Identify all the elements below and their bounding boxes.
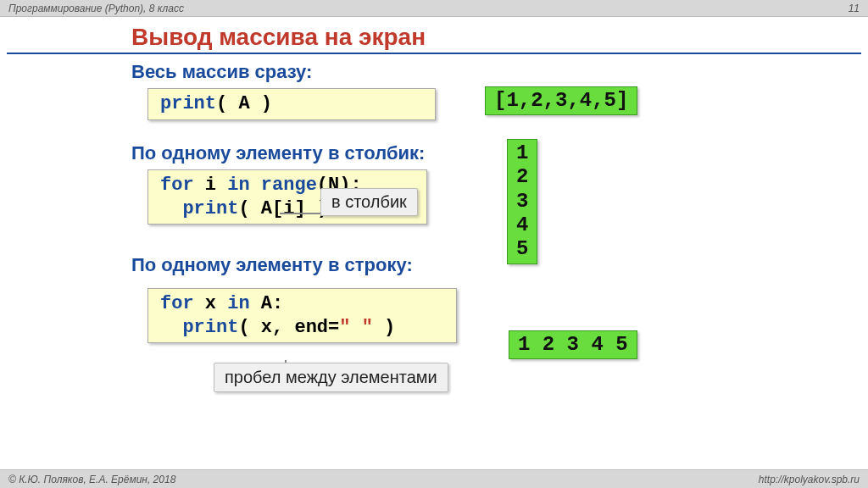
code-print-args-2: ( A[i] ) xyxy=(238,198,328,219)
code-print-args-3: ( x, end= xyxy=(238,317,339,338)
code-loop-row: for x in A: print( x, end=" " ) xyxy=(147,288,457,343)
heading-whole-array: Весь массив сразу: xyxy=(131,61,312,83)
callout-column: в столбик xyxy=(320,188,418,216)
kw-print-3: print xyxy=(182,317,238,338)
kw-in-2: in xyxy=(227,293,249,314)
footer-bar: © К.Ю. Поляков, Е.А. Ерёмин, 2018 http:/… xyxy=(0,469,868,488)
code-space xyxy=(250,175,261,196)
output-column: 1 2 3 4 5 xyxy=(507,139,537,264)
heading-per-element-column: По одному элементу в столбик: xyxy=(131,142,425,164)
output-row: 1 2 3 4 5 xyxy=(509,330,637,359)
footer-right: http://kpolyakov.spb.ru xyxy=(759,474,860,485)
top-bar: Программирование (Python), 8 класс 11 xyxy=(0,0,868,17)
string-literal: " " xyxy=(339,317,373,338)
kw-print: print xyxy=(160,93,216,114)
page-number: 11 xyxy=(849,3,860,14)
footer-left: © К.Ю. Поляков, Е.А. Ерёмин, 2018 xyxy=(8,474,175,485)
code-indent-2 xyxy=(160,317,182,338)
kw-for-2: for xyxy=(160,293,194,314)
heading-per-element-row: По одному элементу в строку: xyxy=(131,254,413,276)
output-whole-array: [1,2,3,4,5] xyxy=(485,86,637,115)
page-title: Вывод массива на экран xyxy=(131,24,426,51)
callout-space: пробел между элементами xyxy=(214,363,448,392)
kw-range: range xyxy=(261,175,317,196)
code-args-1: ( A ) xyxy=(216,93,272,114)
kw-for: for xyxy=(160,175,194,196)
kw-in: in xyxy=(227,175,249,196)
code-i: i xyxy=(194,175,228,196)
code-close-paren: ) xyxy=(373,317,395,338)
code-x: x xyxy=(194,293,228,314)
code-print-array: print( A ) xyxy=(147,88,436,120)
connector-line-1 xyxy=(280,213,320,214)
title-underline xyxy=(7,53,861,54)
code-in-A: A: xyxy=(250,293,284,314)
kw-print-2: print xyxy=(182,198,238,219)
header-left: Программирование (Python), 8 класс xyxy=(8,3,184,14)
code-indent xyxy=(160,198,182,219)
